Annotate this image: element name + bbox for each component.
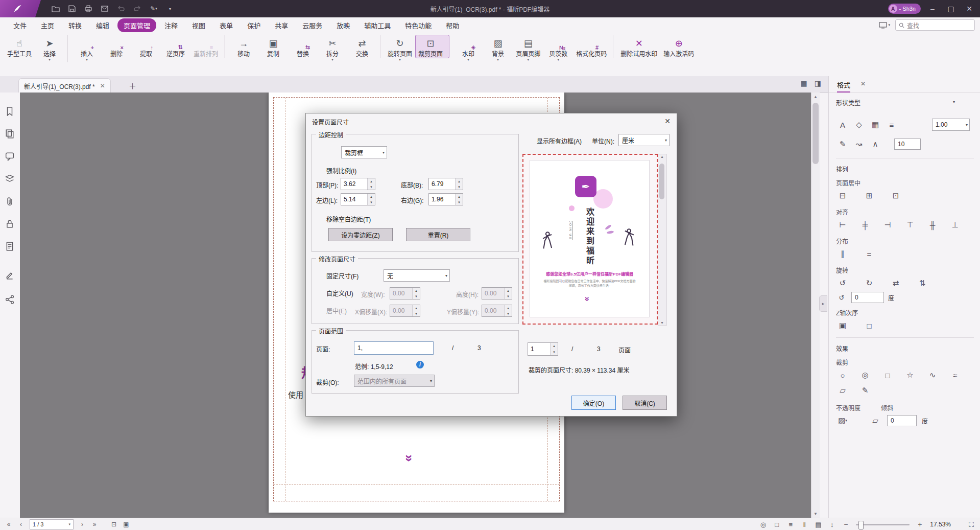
delete-button[interactable]: × 删除 ▾ (102, 35, 131, 58)
rearrange-button[interactable]: ≡ 重新排列 ▾ (190, 35, 225, 58)
menu-share[interactable]: 共享 (269, 18, 294, 32)
preview-scroll-up-icon[interactable]: ▲ (660, 155, 664, 158)
menu-home[interactable]: 主页 (35, 18, 60, 32)
x-offset-spinner[interactable]: 0.00▲▼ (390, 305, 420, 317)
crop-wave-icon[interactable]: ∿ (926, 368, 939, 382)
menu-view[interactable]: 视图 (186, 18, 211, 32)
crop-rounded-rect-icon[interactable]: □ (881, 368, 894, 382)
flip-vertical-icon[interactable]: ⇅ (916, 276, 929, 290)
continuous-scroll-icon[interactable]: ≡ (787, 521, 794, 528)
menu-present[interactable]: 放映 (330, 18, 356, 32)
center-both-icon[interactable]: ⊡ (889, 189, 902, 202)
display-options-icon[interactable]: ▾ (879, 22, 890, 29)
security-panel-icon[interactable] (5, 219, 14, 228)
share-panel-icon[interactable] (5, 295, 14, 304)
menu-convert[interactable]: 转换 (62, 18, 88, 32)
first-page-button[interactable]: « (5, 521, 12, 528)
crop-circle-icon[interactable]: ◎ (858, 368, 872, 382)
crop-parallelogram-icon[interactable]: ▱ (836, 384, 849, 397)
bookmarks-panel-icon[interactable] (5, 107, 14, 116)
send-backward-icon[interactable]: □ (863, 319, 876, 332)
fullscreen-icon[interactable]: ⛶ (968, 520, 975, 529)
align-bottom-icon[interactable]: ⊥ (948, 218, 962, 232)
cancel-button[interactable]: 取消(C) (623, 396, 667, 410)
last-page-button[interactable]: » (91, 521, 98, 528)
header-footer-button[interactable]: ▤ 页眉页脚 ▾ (513, 35, 543, 62)
page-grid-icon[interactable]: ▦ (801, 79, 807, 87)
info-icon[interactable]: i (416, 361, 424, 368)
y-offset-spinner[interactable]: 0.00▲▼ (482, 305, 512, 317)
print-icon[interactable] (84, 4, 93, 13)
move-button[interactable]: → 移动 ▾ (229, 35, 258, 58)
rotate-right-icon[interactable]: ↻ (863, 276, 876, 290)
corner-radius-input[interactable]: 10 (894, 139, 921, 150)
page-thumbnails-panel-icon[interactable] (5, 129, 14, 139)
signature-panel-icon[interactable] (5, 270, 14, 280)
menu-features[interactable]: 特色功能 (399, 18, 438, 32)
center-horizontal-icon[interactable]: ⊟ (836, 189, 849, 202)
insert-button[interactable]: + 插入 ▾ (72, 35, 102, 62)
tab-close-icon[interactable]: ✕ (100, 82, 105, 89)
canvas-vertical-scrollbar[interactable]: ▲ ▼ (811, 93, 820, 518)
scroll-up-icon[interactable]: ▲ (811, 93, 820, 101)
line-width-spinner[interactable]: 1.00▾ (932, 119, 970, 131)
replace-button[interactable]: ⇆ 替换 ▾ (288, 35, 318, 58)
new-tab-button[interactable]: ＋ (129, 80, 136, 91)
align-center-h-icon[interactable]: ╪ (858, 218, 872, 232)
height-spinner[interactable]: 0.00▲▼ (482, 287, 512, 299)
scrollbar-thumb[interactable] (812, 103, 819, 164)
ok-button[interactable]: 确定(O) (571, 396, 616, 410)
menu-help[interactable]: 帮助 (440, 18, 465, 32)
document-panel-icon[interactable] (5, 242, 14, 251)
rotate-pages-button[interactable]: ↻ 旋转页面 ▾ (385, 35, 415, 62)
crop-preview-frame[interactable]: ✒ JOIN US 欢迎来到福昕 感谢您如全球6.5亿用户一样信任福昕PDF编辑… (522, 154, 658, 325)
foxit-logo[interactable] (0, 0, 41, 17)
snapshot-icon[interactable]: ⊡ (110, 521, 117, 528)
rotate-angle-icon[interactable]: ↺ (836, 292, 847, 303)
clipboard-icon[interactable]: ▣ (123, 521, 130, 528)
menu-cloud[interactable]: 云服务 (296, 18, 328, 32)
scroll-down-icon[interactable]: ▼ (811, 510, 820, 518)
crop-custom-icon[interactable]: ✎ (858, 384, 872, 397)
menu-accessibility[interactable]: 辅助工具 (358, 18, 397, 32)
arrow-style-button[interactable]: ↝ (852, 137, 866, 151)
user-account-button[interactable]: A - Sh3n (888, 4, 921, 14)
open-file-icon[interactable] (51, 4, 60, 13)
crop-squiggle-icon[interactable]: ≈ (948, 368, 962, 382)
reverse-page-order-button[interactable]: ⇅ 逆页序 ▾ (161, 35, 190, 58)
layers-panel-icon[interactable] (5, 174, 14, 183)
skew-input[interactable]: 0 (887, 415, 917, 426)
remove-trial-watermark-button[interactable]: ✕ 删除试用水印 ▾ (617, 35, 660, 58)
next-page-button[interactable]: › (79, 521, 86, 528)
previous-page-button[interactable]: ‹ (17, 521, 25, 528)
stroke-style-button[interactable]: ✎ (836, 137, 849, 151)
center-vertical-icon[interactable]: ⊞ (863, 189, 876, 202)
border-style-button[interactable]: ▦ (869, 118, 882, 131)
swatch-more-caret[interactable]: ▾ (947, 95, 961, 108)
reading-panel-icon[interactable]: ◨ (815, 79, 821, 87)
background-button[interactable]: ▨ 背景 ▾ (483, 35, 513, 62)
bring-forward-icon[interactable]: ▣ (836, 319, 849, 332)
flip-horizontal-icon[interactable]: ⇄ (889, 276, 902, 290)
preview-scroll-down-icon[interactable]: ▼ (660, 321, 664, 325)
bates-number-button[interactable]: № 贝茨数 ▾ (543, 35, 573, 62)
shape-fill-button[interactable]: ◇ (852, 118, 866, 131)
menu-file[interactable]: 文件 (7, 18, 33, 32)
save-icon[interactable] (67, 4, 77, 13)
page-scroll-icon[interactable]: ↕ (828, 521, 835, 528)
close-button[interactable]: ✕ (963, 2, 976, 15)
unit-dropdown[interactable]: 厘米▾ (618, 134, 670, 146)
distribute-vertical-icon[interactable]: = (863, 247, 876, 261)
zoom-slider[interactable] (856, 524, 910, 525)
zoom-out-button[interactable]: − (842, 520, 849, 528)
extract-button[interactable]: ↑ 提取 ▾ (131, 35, 161, 58)
rotate-angle-input[interactable]: 0 (851, 292, 884, 303)
preview-page-spinner[interactable]: 1▲▼ (528, 342, 558, 356)
export-icon[interactable] (100, 4, 109, 13)
read-mode-icon[interactable]: ◎ (759, 521, 767, 528)
menu-form[interactable]: 表单 (213, 18, 239, 32)
select-button[interactable]: ➤ 选择 ▾ (35, 35, 68, 62)
width-spinner[interactable]: 0.00▲▼ (390, 287, 420, 299)
preview-scrollbar[interactable]: ▲ ▼ (658, 154, 667, 326)
format-tab[interactable]: 格式 (837, 80, 850, 93)
